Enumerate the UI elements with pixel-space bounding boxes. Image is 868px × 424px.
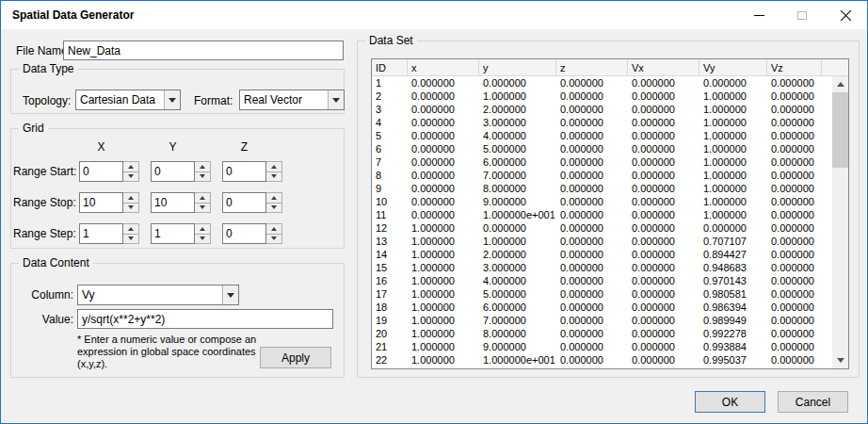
spin-down-button[interactable] [123, 172, 138, 182]
table-cell: 1.000000 [408, 354, 479, 366]
title-bar[interactable]: Spatial Data Generator [1, 1, 867, 29]
column-select[interactable]: Vy [77, 285, 239, 305]
table-cell: 0.000000 [408, 156, 479, 168]
column-header-vx[interactable]: Vx [628, 59, 699, 75]
chevron-down-icon [271, 236, 277, 240]
table-cell: 1.000000 [408, 341, 479, 352]
scrollbar-thumb[interactable] [832, 92, 848, 168]
vertical-scrollbar[interactable] [832, 76, 848, 368]
table-row[interactable]: 40.0000003.0000000.0000000.0000001.00000… [372, 116, 832, 129]
format-select[interactable]: Real Vector [239, 90, 345, 110]
spin-up-button[interactable] [266, 224, 281, 235]
table-cell: 2.000000 [479, 249, 556, 260]
table-cell: 0.000000 [628, 156, 699, 168]
spin-up-button[interactable] [266, 193, 281, 204]
range-start-y-input[interactable] [151, 161, 195, 182]
column-selected-value: Vy [78, 285, 222, 304]
range-stop-x-input[interactable] [79, 192, 123, 213]
column-header-id[interactable]: ID [372, 59, 408, 75]
spin-down-button[interactable] [195, 235, 210, 244]
spin-up-button[interactable] [195, 162, 210, 172]
close-button[interactable] [824, 1, 867, 29]
cancel-button[interactable]: Cancel [778, 391, 848, 413]
table-row[interactable]: 80.0000007.0000000.0000000.0000001.00000… [372, 169, 832, 182]
table-cell: 0.000000 [556, 170, 628, 181]
table-row[interactable]: 70.0000006.0000000.0000000.0000001.00000… [372, 155, 832, 169]
table-row[interactable]: 131.0000001.0000000.0000000.0000000.7071… [372, 235, 832, 248]
spin-down-button[interactable] [123, 235, 138, 244]
table-row[interactable]: 201.0000008.0000000.0000000.0000000.9922… [372, 327, 832, 340]
table-cell: 0.000000 [767, 209, 822, 220]
chevron-down-icon [169, 98, 176, 103]
table-row[interactable]: 110.0000001.000000e+0010.0000000.0000001… [372, 208, 832, 221]
table-row[interactable]: 10.0000000.0000000.0000000.0000000.00000… [372, 76, 832, 90]
range-step-y-input[interactable] [151, 223, 195, 244]
range-step-z-input[interactable] [222, 223, 266, 244]
range-start-z-input[interactable] [222, 161, 266, 182]
spin-up-button[interactable] [195, 224, 210, 235]
topology-dropdown-button[interactable] [164, 90, 180, 109]
table-row[interactable]: 141.0000002.0000000.0000000.0000000.8944… [372, 248, 832, 261]
format-dropdown-button[interactable] [328, 90, 344, 109]
table-row[interactable]: 181.0000006.0000000.0000000.0000000.9863… [372, 301, 832, 314]
topology-select[interactable]: Cartesian Data [75, 90, 181, 110]
maximize-button[interactable] [780, 1, 824, 29]
column-header-vy[interactable]: Vy [699, 59, 767, 75]
spin-up-button[interactable] [123, 193, 138, 204]
table-cell: 0.000000 [408, 117, 479, 128]
table-row[interactable]: 50.0000004.0000000.0000000.0000001.00000… [372, 129, 832, 142]
data-content-group: Data Content Column: Vy Value: * Enter a… [10, 263, 345, 378]
table-row[interactable]: 211.0000009.0000000.0000000.0000000.9938… [372, 340, 832, 353]
column-header-y[interactable]: y [479, 59, 556, 75]
table-cell: 0.000000 [767, 183, 822, 194]
column-dropdown-button[interactable] [222, 285, 238, 304]
ok-button[interactable]: OK [695, 391, 765, 413]
table-cell: 0.000000 [628, 354, 699, 366]
table-cell: 0.000000 [556, 288, 628, 300]
file-name-input[interactable] [63, 41, 344, 60]
minimize-button[interactable] [737, 1, 780, 29]
spin-up-button[interactable] [266, 162, 281, 172]
table-row[interactable]: 30.0000002.0000000.0000000.0000001.00000… [372, 103, 832, 116]
table-row[interactable]: 60.0000005.0000000.0000000.0000001.00000… [372, 142, 832, 155]
table-cell: 0.000000 [556, 156, 628, 168]
column-header-x[interactable]: x [408, 59, 479, 75]
column-header-vz[interactable]: Vz [767, 59, 822, 75]
range-stop-z-input[interactable] [222, 192, 266, 213]
range-step-x-input[interactable] [79, 223, 123, 244]
column-header-z[interactable]: z [556, 59, 628, 75]
table-row[interactable]: 100.0000009.0000000.0000000.0000001.0000… [372, 195, 832, 208]
spin-down-button[interactable] [266, 235, 281, 244]
table-cell: 1.000000 [699, 104, 767, 115]
range-start-x-input[interactable] [79, 161, 123, 182]
table-cell: 1.000000 [408, 302, 479, 313]
table-row[interactable]: 121.0000000.0000000.0000000.0000000.0000… [372, 221, 832, 235]
table-cell: 4.000000 [479, 130, 556, 141]
spin-down-button[interactable] [195, 172, 210, 182]
table-row[interactable]: 151.0000003.0000000.0000000.0000000.9486… [372, 261, 832, 274]
spin-down-button[interactable] [266, 204, 281, 213]
scroll-down-button[interactable] [832, 352, 848, 368]
table-cell: 0.000000 [767, 196, 822, 207]
scroll-up-button[interactable] [832, 76, 848, 92]
spin-up-button[interactable] [195, 193, 210, 204]
spin-down-button[interactable] [123, 204, 138, 213]
table-row[interactable]: 20.0000001.0000000.0000000.0000001.00000… [372, 90, 832, 103]
table-row[interactable]: 191.0000007.0000000.0000000.0000000.9899… [372, 314, 832, 327]
value-input[interactable] [77, 309, 333, 329]
range-stop-y-input[interactable] [151, 192, 195, 213]
spin-down-button[interactable] [195, 204, 210, 213]
table-row[interactable]: 161.0000004.0000000.0000000.0000000.9701… [372, 274, 832, 287]
maximize-icon [797, 11, 807, 20]
spin-down-button[interactable] [266, 172, 281, 182]
spin-up-button[interactable] [123, 162, 138, 172]
table-cell: 5.000000 [479, 288, 556, 300]
table-row[interactable]: 90.0000008.0000000.0000000.0000001.00000… [372, 182, 832, 195]
range-start-label: Range Start: [13, 165, 75, 178]
apply-button[interactable]: Apply [260, 347, 331, 368]
table-row[interactable]: 171.0000005.0000000.0000000.0000000.9805… [372, 287, 832, 301]
table-row[interactable]: 221.0000001.000000e+0010.0000000.0000000… [372, 353, 832, 367]
table-cell: 0.000000 [556, 104, 628, 115]
chevron-down-icon [271, 205, 277, 209]
spin-up-button[interactable] [123, 224, 138, 235]
